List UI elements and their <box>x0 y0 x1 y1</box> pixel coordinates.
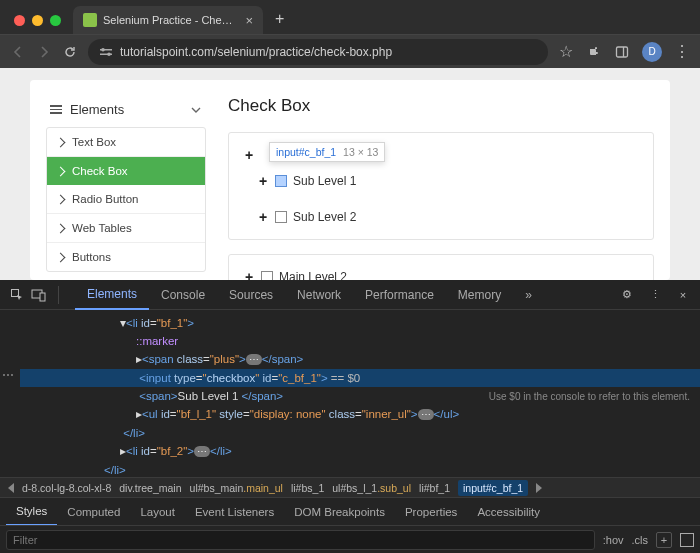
main-panel: Check Box + input#c_bf_1 13 × 13 + Sub L… <box>228 96 654 264</box>
sidebar-header[interactable]: Elements <box>46 96 206 127</box>
devtools-tab-memory[interactable]: Memory <box>446 280 513 310</box>
reload-button[interactable] <box>62 44 78 60</box>
crumb[interactable]: div.tree_main <box>119 482 181 494</box>
subtab-event-listeners[interactable]: Event Listeners <box>185 498 284 526</box>
crumb[interactable]: li#bs_1 <box>291 482 324 494</box>
gear-icon[interactable]: ⚙ <box>618 286 636 304</box>
tree-row-main-1[interactable]: + input#c_bf_1 13 × 13 <box>243 145 639 165</box>
tree-row-sub-2[interactable]: + Sub Level 2 <box>243 207 639 227</box>
code-line-selected[interactable]: <input type="checkbox" id="c_bf_1"> == $… <box>20 369 700 387</box>
checkbox-sub-1[interactable] <box>275 175 287 187</box>
kebab-menu-icon[interactable]: ⋮ <box>646 286 664 304</box>
devtools-tabs: Elements Console Sources Network Perform… <box>75 280 614 310</box>
site-settings-icon[interactable] <box>100 46 112 58</box>
arrow-right-icon <box>56 137 66 147</box>
styles-subtabs: Styles Computed Layout Event Listeners D… <box>0 497 700 525</box>
side-panel-icon[interactable] <box>614 44 630 60</box>
sidebar-item-buttons[interactable]: Buttons <box>47 243 205 271</box>
arrow-right-icon <box>56 194 66 204</box>
breadcrumb[interactable]: d-8.col-lg-8.col-xl-8 div.tree_main ul#b… <box>0 477 700 497</box>
code-line[interactable]: </li> <box>20 424 700 442</box>
computed-panel-icon[interactable] <box>680 533 694 547</box>
expand-icon[interactable]: + <box>243 269 255 280</box>
new-tab-button[interactable]: + <box>269 10 292 34</box>
inspect-element-icon[interactable] <box>8 286 26 304</box>
back-button[interactable] <box>10 44 26 60</box>
crumb[interactable]: li#bf_1 <box>419 482 450 494</box>
favicon-icon <box>83 13 97 27</box>
devtools-toolbar: Elements Console Sources Network Perform… <box>0 280 700 310</box>
code-line[interactable]: ::marker <box>20 332 700 350</box>
tree-row-main-2[interactable]: + Main Level 2 <box>243 267 639 280</box>
device-toolbar-icon[interactable] <box>30 286 48 304</box>
styles-filter-input[interactable] <box>6 530 595 550</box>
tree-label: Sub Level 2 <box>293 210 356 224</box>
code-line[interactable]: ▸<span class="plus">⋯</span> <box>20 350 700 369</box>
crumb[interactable]: ul#bs_main.main_ul <box>190 482 283 494</box>
elements-tree[interactable]: ⋯ ▾<li id="bf_1"> ::marker ▸<span class=… <box>0 310 700 477</box>
extensions-icon[interactable] <box>586 44 602 60</box>
sidebar-item-web-tables[interactable]: Web Tables <box>47 214 205 243</box>
tree-label: Sub Level 1 <box>293 174 356 188</box>
sidebar-item-label: Check Box <box>72 165 128 177</box>
sidebar: Elements Text Box Check Box Radio Button… <box>46 96 206 264</box>
subtab-dom-breakpoints[interactable]: DOM Breakpoints <box>284 498 395 526</box>
page-content: Elements Text Box Check Box Radio Button… <box>30 80 670 280</box>
crumb-scroll-left-icon[interactable] <box>8 483 14 493</box>
cls-toggle[interactable]: .cls <box>632 534 649 546</box>
page-heading: Check Box <box>228 96 654 116</box>
minimize-window-icon[interactable] <box>32 15 43 26</box>
tree-row-sub-1[interactable]: + Sub Level 1 <box>243 171 639 191</box>
browser-tab[interactable]: Selenium Practice - Check B × <box>73 6 263 34</box>
forward-button[interactable] <box>36 44 52 60</box>
sidebar-item-check-box[interactable]: Check Box <box>47 157 205 185</box>
console-hint: Use $0 in the console to refer to this e… <box>489 388 690 406</box>
sidebar-item-radio-button[interactable]: Radio Button <box>47 185 205 214</box>
code-line[interactable]: ▾<li id="bf_1"> <box>20 314 700 332</box>
tab-close-icon[interactable]: × <box>245 13 253 28</box>
devtools-panel: Elements Console Sources Network Perform… <box>0 280 700 553</box>
crumb[interactable]: ul#bs_l_1.sub_ul <box>332 482 411 494</box>
url-field[interactable]: tutorialspoint.com/selenium/practice/che… <box>88 39 548 65</box>
expand-icon[interactable]: + <box>257 209 269 225</box>
devtools-tab-elements[interactable]: Elements <box>75 280 149 310</box>
tooltip-dimensions: 13 × 13 <box>343 146 378 158</box>
code-line[interactable]: </li> <box>20 461 700 477</box>
devtools-tab-performance[interactable]: Performance <box>353 280 446 310</box>
star-icon[interactable]: ☆ <box>558 44 574 60</box>
checkbox-sub-2[interactable] <box>275 211 287 223</box>
kebab-menu-icon[interactable]: ⋮ <box>674 44 690 60</box>
tooltip-selector: input#c_bf_1 <box>276 146 336 158</box>
close-icon[interactable]: × <box>674 286 692 304</box>
expand-icon[interactable]: + <box>243 147 255 163</box>
address-bar: tutorialspoint.com/selenium/practice/che… <box>0 34 700 68</box>
tab-strip: Selenium Practice - Check B × + <box>0 0 700 34</box>
devtools-tab-console[interactable]: Console <box>149 280 217 310</box>
subtab-styles[interactable]: Styles <box>6 498 57 526</box>
maximize-window-icon[interactable] <box>50 15 61 26</box>
crumb-active[interactable]: input#c_bf_1 <box>458 480 528 496</box>
expand-icon[interactable]: + <box>257 173 269 189</box>
crumb[interactable]: d-8.col-lg-8.col-xl-8 <box>22 482 111 494</box>
subtab-properties[interactable]: Properties <box>395 498 467 526</box>
subtab-computed[interactable]: Computed <box>57 498 130 526</box>
crumb-scroll-right-icon[interactable] <box>536 483 542 493</box>
url-text: tutorialspoint.com/selenium/practice/che… <box>120 45 392 59</box>
devtools-tab-more[interactable]: » <box>513 280 544 310</box>
new-style-rule-icon[interactable]: + <box>656 532 672 548</box>
sidebar-item-label: Radio Button <box>72 193 139 205</box>
hov-toggle[interactable]: :hov <box>603 534 624 546</box>
subtab-accessibility[interactable]: Accessibility <box>467 498 550 526</box>
profile-avatar[interactable]: D <box>642 42 662 62</box>
devtools-tab-network[interactable]: Network <box>285 280 353 310</box>
arrow-right-icon <box>56 223 66 233</box>
arrow-right-icon <box>56 166 66 176</box>
svg-point-4 <box>107 52 111 56</box>
subtab-layout[interactable]: Layout <box>130 498 185 526</box>
code-line[interactable]: ▸<ul id="bf_l_1" style="display: none" c… <box>20 405 700 424</box>
sidebar-item-text-box[interactable]: Text Box <box>47 128 205 157</box>
code-line[interactable]: ▸<li id="bf_2">⋯</li> <box>20 442 700 461</box>
close-window-icon[interactable] <box>14 15 25 26</box>
page-viewport: Elements Text Box Check Box Radio Button… <box>0 68 700 280</box>
devtools-tab-sources[interactable]: Sources <box>217 280 285 310</box>
